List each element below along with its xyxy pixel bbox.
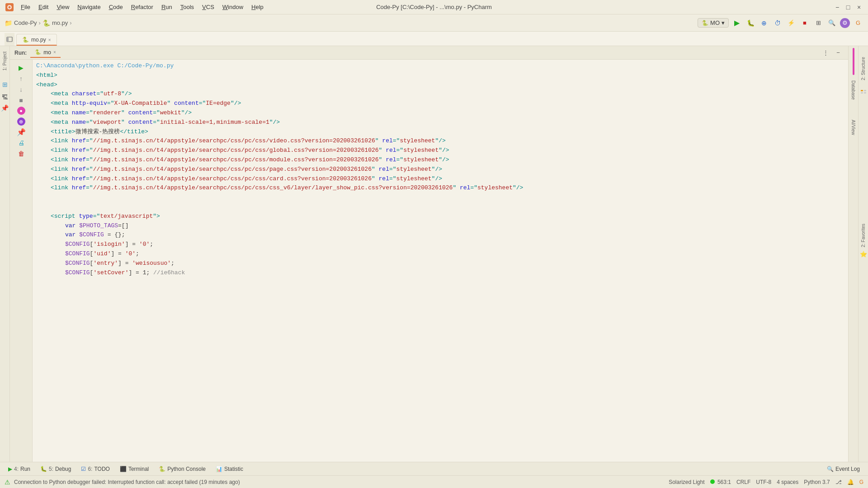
bookmarks-icon[interactable]: ⊞: [1, 80, 9, 89]
menu-vcs[interactable]: VCS: [198, 3, 218, 11]
toolbar: 📁 Code-Py › 🐍 mo.py › 🐍 MO ▾ ▶ 🐛 ⊕ ⏱ ⚡ ■…: [0, 14, 868, 32]
bottom-tab-todo[interactable]: ☑ 6: TODO: [76, 465, 114, 474]
event-log-label: Event Log: [835, 466, 860, 472]
event-log-button[interactable]: 🔍 Event Log: [822, 465, 864, 474]
python-version[interactable]: Python 3.7: [804, 479, 830, 485]
debug-button[interactable]: 🐛: [745, 18, 756, 28]
settings-button[interactable]: ⚙: [840, 18, 850, 28]
status-bar: ⚠ Connection to Python debugger failed: …: [0, 475, 868, 488]
scroll-up-button[interactable]: ↑: [17, 74, 26, 83]
theme-label[interactable]: Solarized Light: [669, 479, 704, 485]
minimize-button[interactable]: −: [834, 4, 841, 11]
code-line-4: <meta http-equiv="X-UA-Compatible" conte…: [33, 99, 848, 108]
structure-icon[interactable]: [860, 89, 867, 97]
cursor-coords[interactable]: 563:1: [717, 479, 731, 485]
menu-tools[interactable]: Tools: [177, 3, 198, 11]
indent-setting[interactable]: 4 spaces: [777, 479, 798, 485]
debug-run-button[interactable]: ⊕: [17, 117, 25, 126]
run-tab-num: 4:: [14, 466, 19, 472]
menu-refactor[interactable]: Refactor: [127, 3, 157, 11]
bottom-tab-terminal[interactable]: ⬛ Terminal: [115, 465, 153, 474]
build-icon[interactable]: 🏗: [1, 93, 9, 101]
breadcrumb-project[interactable]: Code-Py: [14, 19, 37, 26]
profile-button[interactable]: ⏱: [772, 18, 783, 28]
breakpoint-button[interactable]: ●: [17, 107, 25, 115]
breadcrumb-file[interactable]: mo.py: [52, 19, 68, 26]
code-line-20: $CONFIG['setCover'] = 1; //ie6hack: [33, 268, 848, 278]
scroll-down-button[interactable]: ↓: [17, 85, 26, 94]
code-line-8: <link href="//img.t.sinajs.cn/t4/appstyl…: [33, 136, 848, 146]
menu-view[interactable]: View: [53, 3, 73, 11]
tab-mo-py[interactable]: 🐍 mo.py ×: [16, 34, 57, 46]
close-button[interactable]: ×: [855, 4, 863, 11]
code-command-line: C:\Anaconda\python.exe C:/Code-Py/mo.py: [33, 61, 848, 71]
run-config-chevron: ▾: [722, 19, 725, 26]
code-line-5: <meta name="renderer" content="webkit"/>: [33, 108, 848, 118]
breadcrumb-arrow1: ›: [39, 19, 41, 26]
play-button[interactable]: ▶: [17, 63, 26, 72]
step-over-button[interactable]: ⊞: [813, 18, 824, 28]
statistic-tab-icon: 📊: [216, 466, 222, 472]
project-panel-toggle[interactable]: [5, 33, 14, 46]
code-line-13: <link href="//img.t.sinajs.cn/t4/appstyl…: [33, 183, 848, 193]
menu-file[interactable]: File: [17, 3, 34, 11]
run-configuration[interactable]: 🐍 MO ▾: [698, 18, 729, 28]
bottom-tab-run[interactable]: ▶ 4: Run: [4, 465, 35, 474]
pin-icon[interactable]: 📌: [1, 104, 9, 112]
run-label: Run:: [14, 50, 27, 56]
run-minimize[interactable]: −: [833, 47, 844, 58]
code-content[interactable]: C:\Anaconda\python.exe C:/Code-Py/mo.py …: [33, 60, 848, 462]
maximize-button[interactable]: □: [844, 4, 852, 11]
svg-rect-5: [864, 90, 866, 91]
run-button[interactable]: ▶: [731, 18, 742, 28]
tab-mo-py-label: mo.py: [31, 37, 46, 43]
clear-button[interactable]: 🗑: [17, 149, 26, 158]
menu-run[interactable]: Run: [158, 3, 176, 11]
bottom-tab-python-console[interactable]: 🐍 Python Console: [154, 465, 210, 474]
debug-tab-icon: 🐛: [40, 466, 47, 472]
left-run-controls: ▶ ↑ ↓ ■ ● ⊕ 📌 🖨 🗑: [10, 60, 33, 462]
menu-help[interactable]: Help: [248, 3, 267, 11]
chrome-status-icon[interactable]: G: [859, 479, 863, 485]
menu-code[interactable]: Code: [105, 3, 127, 11]
chrome-button[interactable]: G: [853, 18, 863, 28]
code-line-15: var $PHOTO_TAGS=[]: [33, 221, 848, 231]
run-tab-mo-label: mo: [43, 49, 51, 56]
cursor-position: 563:1: [710, 479, 731, 485]
menu-window[interactable]: Window: [219, 3, 247, 11]
menu-edit[interactable]: Edit: [35, 3, 52, 11]
right-accent-bar: [853, 48, 854, 75]
terminal-tab-icon: ⬛: [120, 466, 127, 472]
svg-rect-2: [7, 37, 9, 42]
line-ending[interactable]: CRLF: [736, 479, 750, 485]
tab-py-icon: 🐍: [22, 37, 29, 43]
search-button[interactable]: 🔍: [826, 18, 837, 28]
concurrency-button[interactable]: ⚡: [786, 18, 797, 28]
tab-close-mo-py[interactable]: ×: [48, 38, 51, 42]
bottom-tab-debug[interactable]: 🐛 5: Debug: [36, 465, 75, 474]
run-tab-mo[interactable]: 🐍 mo ×: [30, 48, 61, 58]
bottom-tab-statistic[interactable]: 📊 Statistic: [211, 465, 248, 474]
encoding[interactable]: UTF-8: [756, 479, 771, 485]
left-side-panel: 1: Project ⊞ 🏗 📌: [0, 46, 10, 462]
ai-sidebar-label[interactable]: AI/View: [851, 120, 856, 135]
run-tab-icon: ▶: [8, 466, 12, 472]
notifications-icon[interactable]: 🔔: [847, 479, 854, 485]
project-sidebar-label[interactable]: 1: Project: [2, 48, 7, 74]
run-tab-close[interactable]: ×: [53, 50, 56, 55]
coverage-button[interactable]: ⊕: [759, 18, 769, 28]
run-more-options[interactable]: ⋮: [820, 47, 831, 58]
pin-run-button[interactable]: 📌: [17, 127, 26, 136]
structure-label[interactable]: 2: Structure: [861, 57, 866, 80]
menu-navigate[interactable]: Navigate: [74, 3, 104, 11]
stop-button[interactable]: ■: [799, 18, 810, 28]
right-sidebar: Database AI/View: [848, 46, 858, 462]
stop-run-button[interactable]: ■: [17, 96, 26, 105]
print-button[interactable]: 🖨: [17, 138, 26, 147]
database-sidebar-label[interactable]: Database: [851, 80, 856, 100]
python-console-label: Python Console: [167, 466, 206, 472]
code-line-18: $CONFIG['uid'] = '0';: [33, 249, 848, 259]
favorites-sidebar[interactable]: 2: Favorites: [861, 224, 866, 247]
code-area: ▶ ↑ ↓ ■ ● ⊕ 📌 🖨 🗑 C:\Anaconda\python.exe…: [10, 60, 848, 462]
code-line-3: <meta charset="utf-8"/>: [33, 89, 848, 99]
